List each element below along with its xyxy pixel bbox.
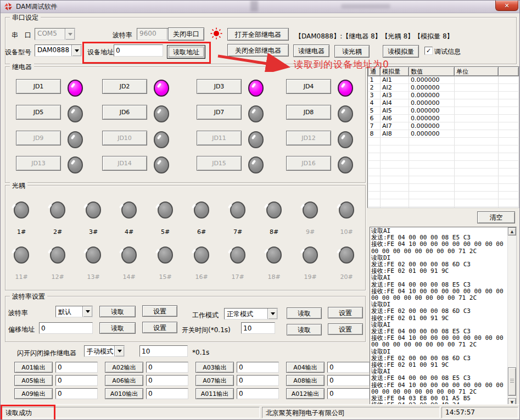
analog-cell bbox=[499, 130, 519, 138]
output-input-A011[interactable] bbox=[237, 388, 279, 399]
relay-button-jd5[interactable]: JD5 bbox=[16, 105, 61, 120]
relay-button-jd2[interactable]: JD2 bbox=[102, 79, 147, 94]
relay-button-jd14[interactable]: JD14 bbox=[102, 156, 147, 171]
output-button-A010[interactable]: A010输出 bbox=[105, 388, 143, 399]
output-input-A01[interactable] bbox=[55, 362, 98, 373]
analog-table-row[interactable]: 2AI20.000000 bbox=[368, 84, 519, 92]
baud-set-button[interactable]: 设置 bbox=[142, 305, 177, 317]
output-button-A08[interactable]: A08输出 bbox=[286, 375, 325, 386]
analog-table-row[interactable]: 7AI70.000000 bbox=[368, 122, 519, 130]
read-addr-button[interactable]: 读取地址 bbox=[167, 45, 205, 59]
offset-read-button[interactable]: 读取 bbox=[99, 322, 136, 334]
output-input-A010[interactable] bbox=[146, 388, 188, 399]
switch-time-read-button[interactable]: 读取 bbox=[287, 324, 322, 335]
output-button-A05[interactable]: A05输出 bbox=[14, 375, 53, 386]
offset-set-button[interactable]: 设置 bbox=[142, 322, 177, 333]
relay-button-jd1[interactable]: JD1 bbox=[16, 79, 61, 94]
output-input-A09[interactable] bbox=[55, 388, 98, 399]
relay-button-jd4[interactable]: JD4 bbox=[286, 79, 331, 94]
relay-button-jd6[interactable]: JD6 bbox=[102, 105, 147, 120]
analog-table-row[interactable]: 3AI30.000000 bbox=[368, 92, 519, 99]
device-addr-input[interactable] bbox=[114, 44, 163, 57]
baud2-select-value: 默认 bbox=[56, 306, 82, 317]
output-input-A06[interactable] bbox=[146, 375, 188, 386]
relay-button-jd10[interactable]: JD10 bbox=[102, 131, 147, 145]
output-button-A04[interactable]: A04输出 bbox=[286, 362, 325, 373]
output-input-A05[interactable] bbox=[55, 375, 98, 386]
open-all-relays-button[interactable]: 打开全部继电器 bbox=[227, 28, 289, 41]
log-line: 接收:FE 04 10 00 00 00 00 00 00 00 00 00 0… bbox=[371, 241, 507, 254]
output-input-A02[interactable] bbox=[146, 362, 188, 373]
output-button-A012[interactable]: A012输出 bbox=[286, 388, 325, 399]
analog-column-header[interactable]: 数值 bbox=[409, 67, 455, 76]
work-mode-select[interactable]: 正常模式 bbox=[224, 308, 278, 320]
chevron-down-icon[interactable] bbox=[114, 346, 124, 356]
output-button-A09[interactable]: A09输出 bbox=[14, 388, 53, 399]
chevron-down-icon[interactable] bbox=[65, 29, 75, 40]
chevron-down-icon[interactable] bbox=[82, 306, 92, 317]
analog-cell bbox=[499, 107, 519, 115]
output-input-A07[interactable] bbox=[237, 375, 279, 386]
offset-addr-input[interactable] bbox=[39, 322, 93, 334]
flash-mode-select[interactable]: 手动模式 bbox=[84, 345, 125, 357]
close-button[interactable]: ✕ bbox=[495, 1, 518, 11]
close-serial-button[interactable]: 关闭串口 bbox=[168, 27, 204, 41]
output-button-A03[interactable]: A03输出 bbox=[195, 362, 234, 373]
relay-button-jd16[interactable]: JD16 bbox=[286, 156, 331, 171]
switch-time-set-button[interactable]: 设置 bbox=[328, 323, 363, 335]
scroll-up-button[interactable]: ▲ bbox=[508, 227, 516, 236]
work-mode-read-button[interactable]: 读取 bbox=[287, 307, 322, 319]
relay-button-jd9[interactable]: JD9 bbox=[16, 131, 61, 145]
relay-button-jd8[interactable]: JD8 bbox=[286, 105, 331, 120]
chevron-down-icon[interactable] bbox=[267, 309, 277, 319]
relay-button-jd7[interactable]: JD7 bbox=[197, 105, 242, 120]
baud2-select[interactable]: 默认 bbox=[55, 306, 93, 317]
output-button-A011[interactable]: A011输出 bbox=[195, 388, 234, 399]
titlebar[interactable]: DAM调试软件 ✕ bbox=[1, 1, 519, 13]
analog-column-header[interactable]: 单位 bbox=[455, 67, 499, 76]
analog-cell bbox=[455, 153, 499, 161]
analog-table-empty-row bbox=[368, 192, 519, 199]
output-button-A07[interactable]: A07输出 bbox=[195, 375, 234, 386]
baud-read-button[interactable]: 读取 bbox=[99, 306, 136, 317]
port-select[interactable]: COM5 bbox=[35, 28, 75, 40]
output-input-A08[interactable] bbox=[327, 375, 370, 386]
analog-table-row[interactable]: 4AI40.000000 bbox=[368, 99, 519, 107]
analog-cell bbox=[368, 207, 381, 209]
relay-button-jd15[interactable]: JD15 bbox=[197, 156, 242, 171]
output-input-A03[interactable] bbox=[237, 362, 279, 373]
output-button-A01[interactable]: A01输出 bbox=[14, 362, 53, 373]
log-scrollbar[interactable]: ▲ ▼ bbox=[507, 227, 516, 406]
flash-time-input[interactable] bbox=[139, 345, 188, 357]
switch-time-input[interactable] bbox=[241, 322, 275, 334]
debug-log[interactable]: 读取AI发送:FE 04 00 00 00 08 E5 C3接收:FE 04 1… bbox=[370, 227, 517, 407]
close-all-relays-button[interactable]: 关闭全部继电器 bbox=[227, 44, 289, 57]
analog-table-row[interactable]: 5AI50.000000 bbox=[368, 107, 519, 115]
output-input-A012[interactable] bbox=[327, 388, 370, 399]
analog-cell: AI1 bbox=[381, 76, 409, 84]
analog-cell: 7 bbox=[368, 122, 381, 130]
relay-button-jd13[interactable]: JD13 bbox=[16, 156, 61, 171]
read-opto-button[interactable]: 读光耦 bbox=[334, 45, 370, 58]
debug-info-checkbox[interactable]: ✓ bbox=[424, 47, 433, 55]
analog-table[interactable]: 通模拟量数值单位 1AI10.0000002AI20.0000003AI30.0… bbox=[367, 66, 519, 208]
read-relay-button[interactable]: 读继电器 bbox=[293, 44, 329, 57]
scroll-thumb[interactable] bbox=[508, 367, 516, 396]
model-select[interactable]: DAM0888 bbox=[35, 44, 82, 57]
relay-button-jd11[interactable]: JD11 bbox=[197, 131, 242, 145]
output-input-A04[interactable] bbox=[327, 362, 370, 373]
read-analog-button[interactable]: 读模拟量 bbox=[383, 45, 419, 58]
clear-log-button[interactable]: 清空 bbox=[477, 211, 515, 223]
work-mode-set-button[interactable]: 设置 bbox=[328, 307, 363, 318]
output-button-A02[interactable]: A02输出 bbox=[105, 362, 143, 373]
output-button-A06[interactable]: A06输出 bbox=[105, 375, 143, 386]
model-label: 设备型号 bbox=[5, 48, 31, 57]
relay-button-jd3[interactable]: JD3 bbox=[197, 79, 242, 94]
analog-cell bbox=[499, 207, 519, 209]
analog-table-row[interactable]: 8AI80.000000 bbox=[368, 130, 519, 138]
analog-table-row[interactable]: 6AI60.000000 bbox=[368, 115, 519, 122]
relay-button-jd12[interactable]: JD12 bbox=[286, 131, 331, 145]
analog-table-row[interactable]: 1AI10.000000 bbox=[368, 76, 519, 84]
chevron-down-icon[interactable] bbox=[71, 45, 81, 56]
analog-column-header[interactable] bbox=[499, 67, 519, 76]
